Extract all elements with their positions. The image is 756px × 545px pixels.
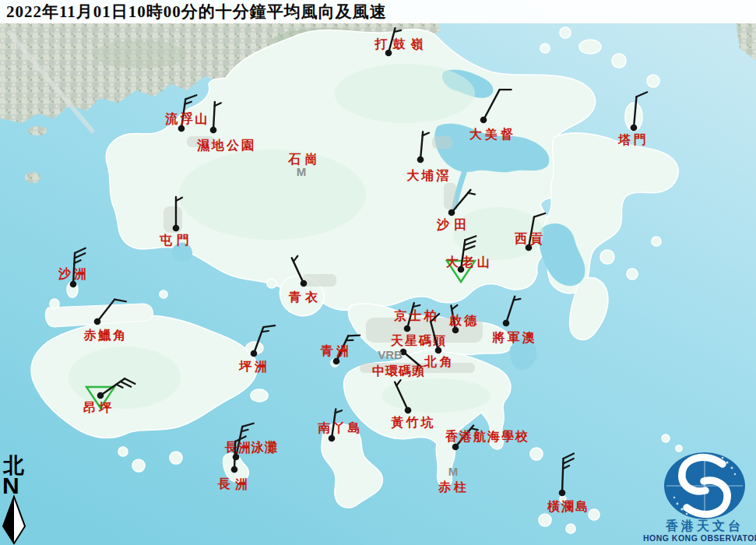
station-label: 北角 (424, 355, 455, 368)
station-dot (480, 117, 487, 124)
station-label: 濕地公園 (196, 139, 256, 153)
wind-barb-staff (234, 441, 235, 469)
station-dot (70, 281, 77, 288)
station-label: 大老山 (446, 255, 493, 269)
station-label: 屯門 (159, 234, 194, 247)
station-dot (631, 125, 638, 132)
station-dot (233, 454, 240, 461)
wind-barb-half (262, 331, 269, 332)
station-label: 天星碼頭 (390, 334, 447, 348)
station-dot (435, 347, 442, 354)
station-dot (178, 125, 185, 132)
station-label: 赤鱲角 (83, 329, 128, 342)
station-label: 長洲 (217, 477, 252, 490)
station-dot (404, 325, 411, 332)
station-label: 南丫島 (318, 421, 363, 434)
station-dot (333, 358, 340, 365)
map-title: 2022年11月01日10時00分的十分鐘平均風向及風速 (0, 0, 756, 23)
station-label: 打鼓嶺 (374, 37, 429, 51)
variable-wind-marker: VRB (378, 348, 403, 361)
station-label: 中環碼頭 (372, 364, 425, 378)
station-label: 西貢 (514, 232, 546, 246)
wind-map-page: 打鼓嶺流浮山濕地公園M石崗大美督塔門大埔滘沙田西貢屯門沙洲大老山青衣赤鱲角京士柏… (0, 0, 756, 545)
station-dot (210, 127, 217, 134)
station-dot (251, 350, 258, 357)
station-label: 橫瀾島 (547, 500, 589, 513)
missing-data-marker: M (448, 465, 459, 478)
station-label: 大美督 (469, 127, 516, 141)
wind-barb-full (348, 336, 360, 336)
station-dot (452, 327, 459, 334)
station-dot (173, 225, 180, 232)
station-dot (559, 490, 566, 497)
station-label: 赤柱 (438, 480, 469, 494)
missing-data-marker: M (297, 165, 307, 178)
wind-barb-half (514, 299, 521, 301)
station-label: 昂坪 (83, 401, 114, 414)
station-dot (448, 209, 455, 216)
station-label: 黃竹坑 (391, 416, 436, 429)
station-dot (452, 444, 459, 451)
hko-logo-name-zh: 香港天文台 (665, 519, 744, 533)
station-dot (417, 156, 424, 164)
compass-north-en: N (2, 473, 19, 498)
station-label: 沙洲 (58, 267, 90, 280)
station-dot (301, 280, 308, 287)
station-label: 青衣 (288, 290, 322, 304)
station-dot (231, 466, 238, 473)
station-dot (97, 392, 104, 399)
station-label: 石崗 (287, 153, 322, 166)
station-label: 香港航海學校 (445, 429, 529, 443)
station-label: 沙田 (436, 218, 471, 231)
station-dot (503, 320, 510, 327)
hong-kong-wind-map: 打鼓嶺流浮山濕地公園M石崗大美督塔門大埔滘沙田西貢屯門沙洲大老山青衣赤鱲角京士柏… (0, 0, 756, 545)
station-dot (405, 407, 412, 414)
station-label: 將軍澳 (492, 331, 537, 344)
station-dot (94, 318, 101, 325)
station-label: 啟德 (448, 314, 479, 327)
hko-logo-name-en: HONG KONG OBSERVATORY (643, 533, 756, 543)
station-label: 塔門 (617, 133, 649, 146)
station-label: 流浮山 (165, 111, 210, 125)
station-label: 青洲 (320, 344, 352, 357)
station-dot (329, 435, 336, 442)
station-label: 長洲泳灘 (224, 440, 278, 454)
station-label: 坪洲 (238, 360, 270, 373)
station-label: 大埔滘 (407, 168, 452, 182)
